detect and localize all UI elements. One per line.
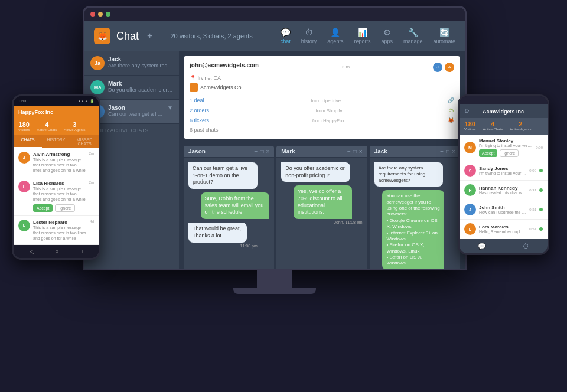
incoming-item-hannah[interactable]: H Hannah Kennedy Has created this chat w… <box>460 181 548 200</box>
close-icon-jack[interactable]: × <box>452 148 455 155</box>
close-dot[interactable] <box>90 12 95 17</box>
accept-row-lisa: Accept Ignore <box>33 204 86 212</box>
ignore-button-manuel[interactable]: Ignore <box>500 149 519 157</box>
time-lester: 4d <box>90 220 94 223</box>
message-jason-3: That would be great, Thanks a lot. <box>188 223 247 242</box>
tickets-tag: 6 tickets <box>190 117 209 123</box>
phone-tab-history[interactable]: HISTORY <box>42 135 70 148</box>
phone-left-status-bar: 11:00 ▲▲▲ 🔋 <box>14 96 99 106</box>
phone-left-stats: 180 Visitors 4 Active Chats 3 Active Age… <box>14 119 99 135</box>
sidebar-item-jack[interactable]: Ja Jack Are there any system requirem... <box>84 51 179 76</box>
message-mark-2: Yes, We do offer a 70% discount to all e… <box>294 185 352 219</box>
nav-item-history[interactable]: ⏱ history <box>301 28 317 44</box>
agents-nav-label: agents <box>327 38 343 44</box>
time-lora: 0:51 <box>529 227 536 231</box>
accept-button-lisa[interactable]: Accept <box>33 204 53 212</box>
home-icon[interactable]: ○ <box>55 248 58 254</box>
online-dot-john <box>539 208 543 211</box>
chat-icon-right[interactable]: 💬 <box>478 243 486 250</box>
msg-manuel: I'm trying to install your web... <box>479 143 533 148</box>
nav-item-manage[interactable]: 🔧 manage <box>403 28 423 44</box>
incoming-item-lora[interactable]: L Lora Morales Hello, Remember duplex ca… <box>460 220 548 239</box>
minimize-icon[interactable]: − <box>255 148 258 155</box>
main-area: john@acmewidgets.com 3 m J A 📍 Irvine, C… <box>179 51 465 269</box>
phone-left-agents-label: Active Agents <box>64 128 85 132</box>
chat-panel-header-jack: Jack − □ × <box>370 146 460 158</box>
expand-icon[interactable]: □ <box>260 148 263 155</box>
manage-nav-icon: 🔧 <box>408 28 418 37</box>
incoming-item-manuel[interactable]: M Manuel Stanley I'm trying to install y… <box>460 135 548 161</box>
msg-john: How can I upgrade the plan? This app... <box>479 210 526 214</box>
minimize-icon-jack[interactable]: − <box>440 148 444 155</box>
reports-nav-icon: 📊 <box>357 28 367 37</box>
app-header: 🦊 Chat + 20 visitors, 3 chats, 2 agents … <box>84 21 465 51</box>
msg-alvin: This is a sample message that crosses ov… <box>33 157 86 173</box>
manage-nav-label: manage <box>403 38 423 44</box>
nav-item-agents[interactable]: 👤 agents <box>327 28 343 44</box>
recents-icon[interactable]: □ <box>79 248 83 254</box>
automate-nav-icon: 🔄 <box>439 28 449 37</box>
info-lora: Lora Morales Hello, Remember duplex can … <box>479 224 526 234</box>
add-chat-button[interactable]: + <box>147 31 152 41</box>
expand-icon-jack[interactable]: □ <box>446 148 449 155</box>
accept-button-manuel[interactable]: Accept <box>479 149 497 157</box>
close-icon[interactable]: × <box>266 148 269 155</box>
maximize-dot[interactable] <box>106 12 110 17</box>
message-jack-2: You can use the acmewedget if you're usi… <box>382 190 444 269</box>
chat-nav-label: chat <box>281 38 291 44</box>
phone-right: ⚙ AcmWidgets Inc 180 Visitors 4 Active C… <box>458 94 549 255</box>
phone-right-stat-agents: 2 Active Agents <box>510 120 531 131</box>
chat-panel-name-jack: Jack <box>374 148 387 155</box>
phone-list-item-lisa[interactable]: L Lisa Richards This is a sample message… <box>14 177 99 215</box>
msg-lora: Hello, Remember duplex can be replaced..… <box>479 230 526 234</box>
phone-tab-chats[interactable]: CHATS <box>14 135 42 148</box>
automate-nav-label: automate <box>433 38 455 44</box>
nav-item-automate[interactable]: 🔄 automate <box>433 28 455 44</box>
ignore-button-lisa[interactable]: Ignore <box>55 204 75 212</box>
incoming-item-john[interactable]: J John Smith How can I upgrade the plan?… <box>460 200 548 220</box>
phone-right-frame: ⚙ AcmWidgets Inc 180 Visitors 4 Active C… <box>458 94 549 255</box>
phone-tab-missed[interactable]: MISSED CHATS <box>70 135 99 148</box>
panel-controls-jack: − □ × <box>440 148 455 155</box>
expand-icon-mark[interactable]: □ <box>353 148 357 155</box>
message-jason-1: Can our team get a live 1-on-1 demo on t… <box>188 162 258 189</box>
info-hannah: Hannah Kennedy Has created this chat wid… <box>479 185 526 195</box>
panel-controls-mark: − □ × <box>347 148 363 155</box>
minimize-dot[interactable] <box>98 12 103 17</box>
message-jason-2: Sure, Robin from the sales team will ema… <box>201 192 270 219</box>
close-icon-mark[interactable]: × <box>359 148 363 155</box>
phone-right-visitors-label: Visitors <box>464 128 476 131</box>
gear-icon-right[interactable]: ⚙ <box>464 108 470 115</box>
name-hannah: Hannah Kennedy <box>479 185 526 191</box>
phone-list-item-lester[interactable]: L Lester Nepaard This is a sample messag… <box>14 216 99 245</box>
phone-left-chat-list: A Alvin Armstrong This is a sample messa… <box>14 148 99 245</box>
minimize-icon-mark[interactable]: − <box>347 148 351 155</box>
phone-left-frame: 11:00 ▲▲▲ 🔋 HappyFox Inc 180 Visitors 4 … <box>12 94 100 260</box>
company-logo <box>190 83 198 92</box>
chat-panel-header-mark: Mark − □ × <box>276 146 367 158</box>
phone-right-app-header: ⚙ AcmWidgets Inc <box>460 104 548 118</box>
reports-nav-label: reports <box>354 38 370 44</box>
clock-icon-right[interactable]: ⏱ <box>523 243 529 250</box>
chat-nav-icon: 💬 <box>281 28 291 37</box>
nav-item-reports[interactable]: 📊 reports <box>354 28 370 44</box>
message-mark-2-time: John, 11:08 am <box>294 220 363 224</box>
online-dot-sandy <box>539 169 543 172</box>
phone-right-notch <box>460 96 548 104</box>
back-icon[interactable]: ◁ <box>30 248 34 254</box>
chat-panel-header-jason: Jason − □ × <box>184 146 274 158</box>
time-john: 0:31 <box>529 208 536 211</box>
message-mark-2-wrapper: Yes, We do offer a 70% discount to all e… <box>294 185 363 224</box>
deal-source: from pipedrive <box>311 98 341 103</box>
monitor-top-bar <box>84 8 465 21</box>
monitor-stand <box>257 270 292 288</box>
phone-list-item-alvin[interactable]: A Alvin Armstrong This is a sample messa… <box>14 148 99 177</box>
message-jack-2-wrapper: You can use the acmewedget if you're usi… <box>382 190 455 269</box>
nav-item-apps[interactable]: ⚙ apps <box>381 28 393 44</box>
nav-item-chat[interactable]: 💬 chat <box>281 28 291 44</box>
message-jason-3-time: 11:08 pm <box>188 244 258 248</box>
time-hannah: 0:31 <box>529 188 536 192</box>
phone-left-icons: ▲▲▲ 🔋 <box>77 99 94 103</box>
incoming-item-sandy[interactable]: S Sandy Jones I'm trying to install your… <box>460 161 548 181</box>
phone-right-stat-chats: 4 Active Chats <box>483 120 503 131</box>
